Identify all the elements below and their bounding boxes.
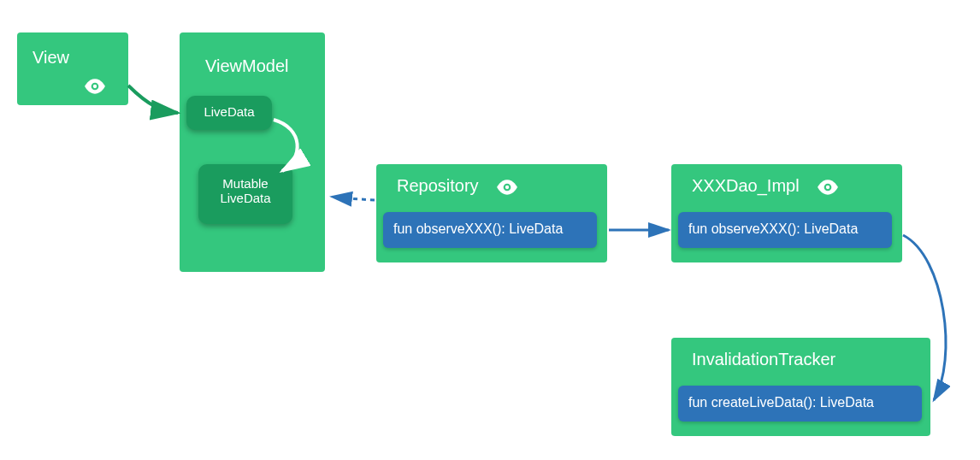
tracker-title: InvalidationTracker [692,350,835,369]
mutable-livedata-box: Mutable LiveData [198,164,292,224]
repository-fn-box: fun observeXXX(): LiveData [383,212,597,248]
livedata-label: LiveData [186,104,272,119]
viewmodel-title: ViewModel [205,56,288,76]
livedata-box: LiveData [186,96,272,130]
repository-title: Repository [397,176,479,196]
mutable-livedata-label: Mutable LiveData [198,176,292,205]
viewmodel-box: ViewModel [180,32,325,272]
svg-point-1 [93,85,97,88]
eye-icon [84,75,106,97]
arrow-view-to-viewmodel [128,86,178,113]
tracker-fn-box: fun createLiveData(): LiveData [678,386,922,422]
view-title: View [32,48,69,68]
arrow-repo-to-mutable [332,197,375,200]
dao-title: XXXDao_Impl [692,176,800,196]
svg-point-3 [505,186,509,189]
dao-fn-box: fun observeXXX(): LiveData [678,212,892,248]
dao-fn-label: fun observeXXX(): LiveData [688,221,858,237]
eye-icon [496,176,518,198]
view-box: View [17,32,128,105]
tracker-fn-label: fun createLiveData(): LiveData [688,395,874,410]
svg-point-5 [826,186,829,189]
eye-icon [817,176,839,198]
repository-fn-label: fun observeXXX(): LiveData [393,221,563,237]
